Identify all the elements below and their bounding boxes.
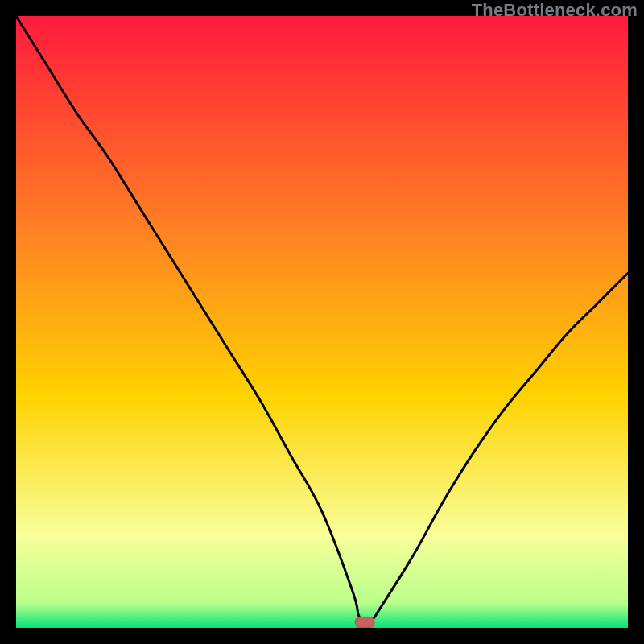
chart-stage: TheBottleneck.com xyxy=(0,0,644,644)
optimal-point-marker xyxy=(355,617,374,627)
chart-background-gradient xyxy=(16,16,628,628)
chart-svg xyxy=(16,16,628,628)
watermark-label: TheBottleneck.com xyxy=(472,0,638,21)
chart-plot-area xyxy=(16,16,628,628)
